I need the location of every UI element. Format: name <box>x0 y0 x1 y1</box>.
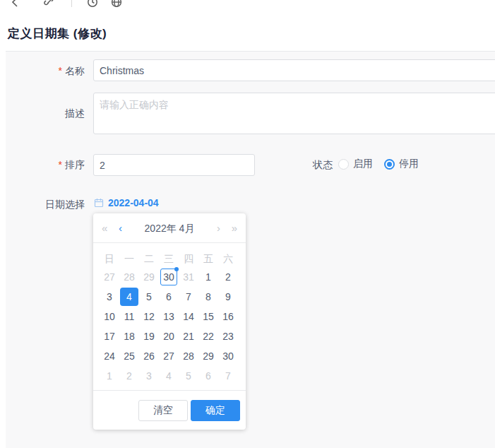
day-number: 7 <box>219 367 237 385</box>
weekday-label: 六 <box>218 250 238 267</box>
day-number: 13 <box>160 307 178 326</box>
calendar-week-row: 17181920212223 <box>100 326 239 346</box>
day-number: 3 <box>100 288 119 306</box>
top-toolbar <box>0 0 495 10</box>
calendar-day-27[interactable]: 27 <box>100 267 119 287</box>
calendar-day-28[interactable]: 28 <box>119 267 139 287</box>
calendar-day-14[interactable]: 14 <box>179 307 198 326</box>
day-number: 20 <box>160 327 178 346</box>
calendar-day-19[interactable]: 19 <box>139 326 159 346</box>
history-icon[interactable] <box>86 0 99 8</box>
sort-input[interactable] <box>93 154 255 176</box>
calendar-day-1[interactable]: 1 <box>100 366 119 386</box>
toolbar-divider <box>71 0 72 7</box>
calendar-day-30-today[interactable]: 30 <box>159 267 179 287</box>
calendar-day-4[interactable]: 4 <box>159 366 179 386</box>
date-picker-trigger[interactable]: 2022-04-04 <box>94 197 159 208</box>
calendar-day-23[interactable]: 23 <box>218 326 238 346</box>
back-icon[interactable] <box>9 0 22 8</box>
calendar-day-6[interactable]: 6 <box>159 287 179 307</box>
calendar-week-row: 10111213141516 <box>100 307 239 326</box>
day-number: 6 <box>199 367 217 385</box>
link-icon[interactable] <box>42 0 55 8</box>
status-option-2[interactable]: 停用 <box>384 158 419 170</box>
name-field-label: *名称 <box>21 65 85 78</box>
calendar-week-row: 1234567 <box>100 366 239 386</box>
calendar-day-4-selected[interactable]: 4 <box>119 287 139 307</box>
day-number: 16 <box>219 307 237 326</box>
day-number: 28 <box>179 347 198 365</box>
calendar-day-2[interactable]: 2 <box>218 267 238 287</box>
calendar-day-2[interactable]: 2 <box>119 366 139 386</box>
date-picker-popup: « ‹ 2022年 4月 › » 日一二三四五六 272829303112345… <box>93 213 246 430</box>
day-number: 25 <box>120 347 138 365</box>
day-number: 30 <box>160 269 177 285</box>
description-textarea[interactable] <box>93 93 495 134</box>
calendar-day-25[interactable]: 25 <box>119 346 139 366</box>
status-option-label: 停用 <box>399 158 419 170</box>
day-number: 18 <box>120 327 138 346</box>
calendar-day-30[interactable]: 30 <box>218 346 238 366</box>
day-number: 15 <box>199 307 217 326</box>
description-field-label: 描述 <box>21 107 85 120</box>
calendar-day-26[interactable]: 26 <box>139 346 159 366</box>
globe-icon[interactable] <box>110 0 123 8</box>
calendar-day-28[interactable]: 28 <box>179 346 198 366</box>
calendar-day-11[interactable]: 11 <box>119 307 139 326</box>
calendar-day-20[interactable]: 20 <box>159 326 179 346</box>
radio-checked-icon[interactable] <box>384 159 395 170</box>
day-number: 17 <box>100 327 119 346</box>
required-asterisk: * <box>59 159 62 170</box>
calendar-day-27[interactable]: 27 <box>159 346 179 366</box>
calendar-day-12[interactable]: 12 <box>139 307 159 326</box>
calendar-day-16[interactable]: 16 <box>218 307 238 326</box>
day-number: 2 <box>219 268 237 286</box>
next-year-button[interactable]: » <box>232 213 237 243</box>
date-field-label: 日期选择 <box>21 199 85 211</box>
calendar-day-5[interactable]: 5 <box>179 366 198 386</box>
day-number: 29 <box>140 268 158 286</box>
calendar-day-13[interactable]: 13 <box>159 307 179 326</box>
calendar-day-7[interactable]: 7 <box>218 366 238 386</box>
calendar-weekday-row: 日一二三四五六 <box>93 250 246 267</box>
calendar-day-5[interactable]: 5 <box>139 287 159 307</box>
day-number: 22 <box>199 327 217 346</box>
weekday-label: 一 <box>119 250 139 267</box>
day-number: 21 <box>179 327 198 346</box>
page-title: 定义日期集 (修改) <box>8 25 107 42</box>
calendar-day-10[interactable]: 10 <box>100 307 119 326</box>
day-number: 4 <box>120 288 138 306</box>
calendar-day-29[interactable]: 29 <box>198 346 218 366</box>
day-number: 27 <box>160 347 178 365</box>
calendar-day-29[interactable]: 29 <box>139 267 159 287</box>
calendar-day-31[interactable]: 31 <box>179 267 198 287</box>
required-asterisk: * <box>59 65 62 76</box>
calendar-day-17[interactable]: 17 <box>100 326 119 346</box>
calendar-day-21[interactable]: 21 <box>179 326 198 346</box>
calendar-day-8[interactable]: 8 <box>198 287 218 307</box>
calendar-title[interactable]: 2022年 4月 <box>93 213 246 243</box>
weekday-label: 四 <box>179 250 198 267</box>
calendar-day-3[interactable]: 3 <box>139 366 159 386</box>
day-number: 10 <box>100 307 119 326</box>
calendar-day-9[interactable]: 9 <box>218 287 238 307</box>
calendar-day-3[interactable]: 3 <box>100 287 119 307</box>
day-number: 4 <box>160 367 178 385</box>
calendar-day-15[interactable]: 15 <box>198 307 218 326</box>
status-option-1[interactable]: 启用 <box>338 158 373 170</box>
next-month-button[interactable]: › <box>217 213 220 243</box>
calendar-day-22[interactable]: 22 <box>198 326 218 346</box>
day-number: 27 <box>100 268 119 286</box>
confirm-button[interactable]: 确定 <box>191 400 240 421</box>
day-number: 14 <box>179 307 198 326</box>
clear-button[interactable]: 清空 <box>138 400 188 421</box>
calendar-day-1[interactable]: 1 <box>198 267 218 287</box>
calendar-day-7[interactable]: 7 <box>179 287 198 307</box>
calendar-day-18[interactable]: 18 <box>119 326 139 346</box>
day-number: 1 <box>199 268 217 286</box>
calendar-day-6[interactable]: 6 <box>198 366 218 386</box>
weekday-label: 二 <box>139 250 159 267</box>
radio-unchecked-icon[interactable] <box>338 159 349 170</box>
calendar-day-24[interactable]: 24 <box>100 346 119 366</box>
name-input[interactable] <box>93 59 495 81</box>
